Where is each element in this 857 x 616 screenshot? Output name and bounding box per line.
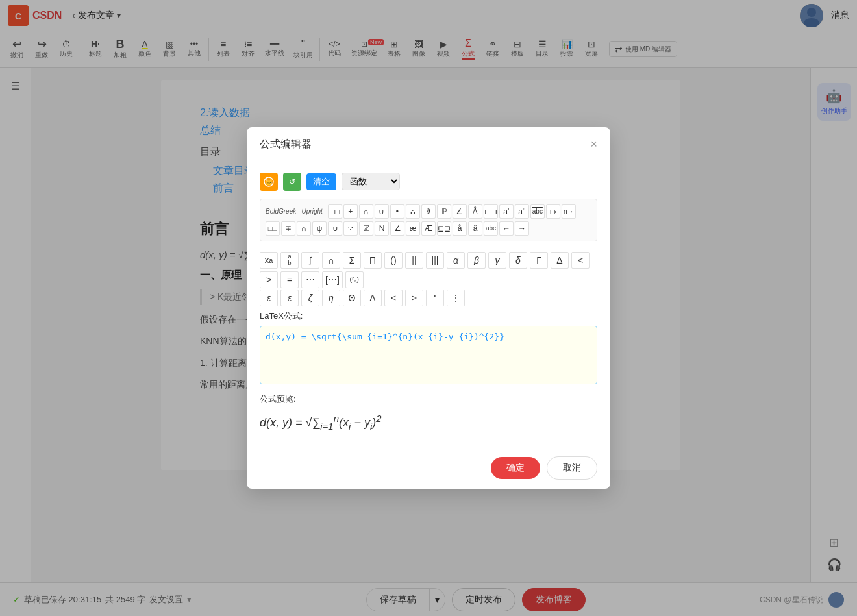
svg-text:🐱: 🐱 <box>265 178 273 186</box>
modal-footer: 确定 取消 <box>247 447 610 489</box>
math-varepsilon[interactable]: ε <box>280 290 299 306</box>
preview-label: 公式预览: <box>260 393 597 405</box>
sym-prime1[interactable]: a' <box>499 204 514 219</box>
math-binom[interactable]: (ⁿᵣ) <box>345 271 364 288</box>
sym-ae[interactable]: æ <box>406 221 420 236</box>
math-Delta[interactable]: Δ <box>551 252 569 269</box>
sym-aa[interactable]: å <box>453 221 467 236</box>
sym-auml[interactable]: ä <box>468 221 482 236</box>
modal-overlay[interactable]: 公式编辑器 × 🐱 ↺ 清空 函数希腊字母运算符箭头 BoldGreek Upr… <box>0 0 857 616</box>
math-doteq[interactable]: ≐ <box>426 290 444 306</box>
math-paren[interactable]: () <box>384 252 403 269</box>
cancel-button[interactable]: 取消 <box>547 456 597 480</box>
math-row-2: ε ε ζ η Θ Λ ≤ ≥ ≐ ⋮ <box>260 290 597 310</box>
sym-because[interactable]: ∵ <box>343 221 358 236</box>
sym-therefore[interactable]: ∴ <box>406 204 420 219</box>
math-xsup[interactable]: xa <box>260 252 278 269</box>
math-gt[interactable]: > <box>260 271 278 288</box>
math-epsilon[interactable]: ε <box>260 290 278 306</box>
sym-sq2[interactable]: ⊏⊐ <box>484 204 498 219</box>
math-eta[interactable]: η <box>322 290 340 306</box>
sym-larrow[interactable]: ← <box>499 221 514 236</box>
math-leq[interactable]: ≤ <box>384 290 403 306</box>
formula-icon-1[interactable]: 🐱 <box>260 173 278 191</box>
math-norm1[interactable]: || <box>405 252 423 269</box>
symbol-row-1: BoldGreek Upright □□ ± ∩ ∪ • ∴ ∂ ℙ ∠ Å ⊏… <box>266 204 591 219</box>
symbol-row-2: □□ ∓ ∩ ψ ∪ ∵ ℤ N ∠ æ Æ ⊑⊒ å ä abc ← → <box>266 221 591 236</box>
sym-abc2[interactable]: abc <box>484 221 498 236</box>
sym-Z[interactable]: ℤ <box>359 221 373 236</box>
sym-rarrow[interactable]: → <box>515 221 529 236</box>
math-Gamma[interactable]: Γ <box>530 252 548 269</box>
math-Lambda[interactable]: Λ <box>364 290 382 306</box>
sym-angle[interactable]: ∠ <box>453 204 467 219</box>
sym-A[interactable]: Å <box>468 204 482 219</box>
sym-cap[interactable]: ∩ <box>359 204 373 219</box>
math-lt[interactable]: < <box>571 252 590 269</box>
sym-cup[interactable]: ∪ <box>375 204 389 219</box>
math-integral[interactable]: ∫ <box>301 252 319 269</box>
sym-pi[interactable]: ∩ <box>297 221 311 236</box>
sym-angle2[interactable]: ∠ <box>390 221 404 236</box>
sym-pm[interactable]: ± <box>343 204 358 219</box>
sym-sq3[interactable]: □□ <box>266 221 280 236</box>
math-sum[interactable]: Σ <box>343 252 361 269</box>
sym-partial[interactable]: ∂ <box>421 204 436 219</box>
math-cdots[interactable]: ⋯ <box>301 271 319 288</box>
math-gamma[interactable]: γ <box>488 252 506 269</box>
math-norm2[interactable]: ||| <box>426 252 444 269</box>
math-geq[interactable]: ≥ <box>405 290 423 306</box>
sym-psi[interactable]: ψ <box>312 221 327 236</box>
sym-dot[interactable]: • <box>390 204 404 219</box>
sym-cup2[interactable]: ∪ <box>328 221 342 236</box>
sym-p[interactable]: ℙ <box>437 204 451 219</box>
formula-editor-modal: 公式编辑器 × 🐱 ↺ 清空 函数希腊字母运算符箭头 BoldGreek Upr… <box>247 127 610 489</box>
math-alpha[interactable]: α <box>447 252 465 269</box>
symbol-section: BoldGreek Upright □□ ± ∩ ∪ • ∴ ∂ ℙ ∠ Å ⊏… <box>260 199 597 241</box>
clear-button[interactable]: 清空 <box>306 173 336 190</box>
latex-label: LaTeX公式: <box>260 310 597 322</box>
sym-narrow[interactable]: n→ <box>562 204 576 219</box>
math-Theta[interactable]: Θ <box>343 290 361 306</box>
modal-body: 🐱 ↺ 清空 函数希腊字母运算符箭头 BoldGreek Upright □□ … <box>247 162 610 447</box>
sym-prime2[interactable]: a'' <box>515 204 529 219</box>
math-intersect[interactable]: ∩ <box>322 252 340 269</box>
confirm-button[interactable]: 确定 <box>491 457 540 479</box>
formula-select[interactable]: 函数希腊字母运算符箭头 <box>342 173 400 190</box>
preview-formula: d(x, y) = √∑i=1n(xi − yi)2 <box>260 408 597 437</box>
modal-title: 公式编辑器 <box>260 138 312 151</box>
math-delta-lower[interactable]: δ <box>509 252 527 269</box>
math-eq[interactable]: = <box>280 271 299 288</box>
math-frac[interactable]: a b <box>280 252 299 269</box>
math-zeta[interactable]: ζ <box>301 290 319 306</box>
latex-input[interactable]: d(x,y) = \sqrt{\sum_{i=1}^{n}(x_{i}-y_{i… <box>260 326 597 384</box>
modal-close-button[interactable]: × <box>590 138 597 151</box>
modal-header: 公式编辑器 × <box>247 127 610 162</box>
math-vdots[interactable]: ⋮ <box>447 290 465 306</box>
sym-mapsto[interactable]: ↦ <box>546 204 560 219</box>
formula-icon-2[interactable]: ↺ <box>283 173 301 191</box>
math-row-1: xa a b ∫ ∩ Σ Π () || ||| α β γ δ Γ <box>260 248 597 292</box>
sym-sq4[interactable]: ⊑⊒ <box>437 221 451 236</box>
symbol-label: BoldGreek Upright <box>266 208 323 215</box>
sym-sq1[interactable]: □□ <box>328 204 342 219</box>
sym-AE[interactable]: Æ <box>421 221 436 236</box>
sym-mp[interactable]: ∓ <box>281 221 295 236</box>
sym-abc1[interactable]: abc <box>530 204 545 219</box>
sym-N[interactable]: N <box>375 221 389 236</box>
math-prod[interactable]: Π <box>364 252 382 269</box>
math-beta[interactable]: β <box>467 252 486 269</box>
math-bracket[interactable]: [⋯] <box>322 271 343 288</box>
formula-toolbar: 🐱 ↺ 清空 函数希腊字母运算符箭头 <box>260 173 597 191</box>
